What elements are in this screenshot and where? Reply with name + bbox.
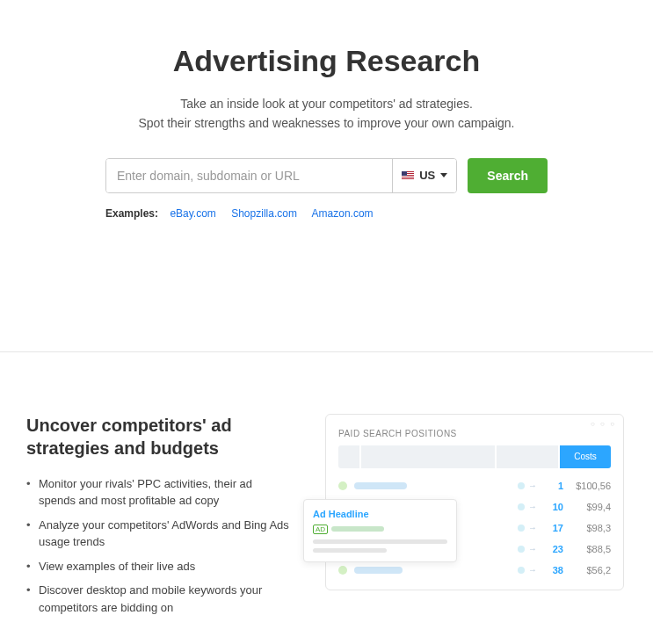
feature-bullet: Analyze your competitors' AdWords and Bi… — [26, 513, 290, 554]
search-button[interactable]: Search — [468, 158, 548, 193]
page-title: Advertising Research — [0, 44, 653, 78]
position-value: 10 — [546, 502, 563, 512]
cost-value: $56,2 — [563, 565, 611, 575]
cost-value: $88,5 — [563, 544, 611, 554]
region-code: US — [419, 169, 435, 182]
feature-list: Monitor your rivals' PPC activities, the… — [26, 472, 290, 620]
position-value: 17 — [546, 523, 563, 533]
example-link[interactable]: Amazon.com — [312, 207, 374, 220]
search-input-group: US — [105, 158, 457, 193]
illustration-panel: ○ ○ ○ PAID SEARCH POSITIONS Costs → 1 $1… — [325, 414, 624, 590]
hero-section: Advertising Research Take an inside look… — [0, 0, 653, 264]
feature-heading: Uncover competitors' ad strategies and b… — [26, 414, 290, 459]
example-link[interactable]: eBay.com — [170, 207, 215, 220]
position-value: 38 — [546, 565, 563, 575]
bar-icon — [354, 567, 403, 574]
position-value: 1 — [546, 481, 563, 491]
chevron-down-icon — [440, 173, 447, 177]
region-picker[interactable]: US — [392, 159, 456, 192]
dot-icon — [338, 481, 347, 490]
feature-bullet: View examples of their live ads — [26, 554, 290, 579]
feature-bullet: Monitor your rivals' PPC activities, the… — [26, 472, 290, 513]
ad-preview-card: Ad Headline AD — [303, 499, 457, 562]
trend-icon: → — [518, 523, 537, 532]
subtitle-line-2: Spot their strengths and weaknesses to i… — [0, 113, 653, 133]
ad-url-line: AD — [313, 525, 447, 534]
trend-icon: → — [518, 481, 537, 490]
feature-bullet: Discover desktop and mobile keywords you… — [26, 578, 290, 619]
window-dots-icon: ○ ○ ○ — [591, 420, 616, 428]
ad-copy-line — [313, 548, 387, 553]
ad-badge-icon: AD — [313, 525, 328, 534]
trend-icon: → — [518, 565, 537, 575]
example-link[interactable]: Shopzilla.com — [231, 207, 297, 220]
cost-value: $100,56 — [563, 481, 611, 491]
table-row: → 38 $56,2 — [326, 560, 623, 581]
header-col — [361, 445, 495, 468]
header-col — [497, 445, 558, 468]
cost-value: $98,3 — [563, 523, 611, 533]
us-flag-icon — [402, 171, 414, 180]
dot-icon — [338, 566, 347, 575]
costs-header: Costs — [560, 445, 611, 468]
ad-copy-line — [313, 539, 447, 544]
subtitle-line-1: Take an inside look at your competitors'… — [0, 94, 653, 113]
bar-icon — [354, 482, 407, 489]
ad-url-placeholder — [331, 526, 384, 532]
table-row: → 1 $100,56 — [326, 475, 623, 496]
examples-row: Examples: eBay.com Shopzilla.com Amazon.… — [0, 207, 653, 220]
cost-value: $99,4 — [563, 502, 611, 512]
position-value: 23 — [546, 544, 563, 554]
feature-section: Uncover competitors' ad strategies and b… — [0, 352, 653, 644]
feature-illustration: ○ ○ ○ PAID SEARCH POSITIONS Costs → 1 $1… — [325, 414, 627, 590]
page-subtitle: Take an inside look at your competitors'… — [0, 94, 653, 134]
search-row: US Search — [0, 158, 653, 193]
illustration-header: Costs — [338, 445, 611, 468]
header-col — [338, 445, 359, 468]
illustration-title: PAID SEARCH POSITIONS — [326, 423, 623, 445]
examples-label: Examples: — [105, 207, 158, 220]
trend-icon: → — [518, 544, 537, 554]
domain-input[interactable] — [106, 159, 392, 192]
trend-icon: → — [518, 502, 537, 511]
ad-headline: Ad Headline — [313, 509, 447, 519]
feature-text: Uncover competitors' ad strategies and b… — [26, 414, 290, 620]
